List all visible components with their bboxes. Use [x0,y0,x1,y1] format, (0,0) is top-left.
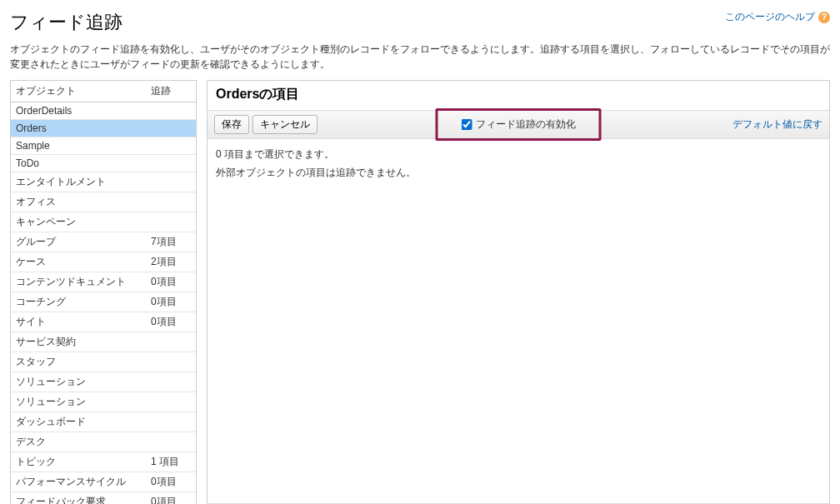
main-title: Ordersの項目 [208,81,829,110]
sidebar-item[interactable]: コンテンツドキュメント0項目 [11,272,196,292]
sidebar-item[interactable]: スタッフ [11,352,196,372]
page-title: フィード追跡 [10,10,122,35]
sidebar-item-tracking [146,155,196,172]
sidebar-item-tracking [146,120,196,137]
help-link[interactable]: このページのヘルプ ? [725,10,830,24]
help-link-text: このページのヘルプ [725,10,815,24]
sidebar-item[interactable]: ソリューション [11,392,196,412]
sidebar-item-tracking [146,332,196,352]
sidebar-item-label: トピック [11,452,146,472]
sidebar-item-label: Orders [11,120,146,137]
sidebar-item-tracking: 1 項目 [146,452,196,472]
sidebar-item-label: サイト [11,312,146,332]
sidebar-item-tracking [146,192,196,212]
sidebar-item[interactable]: オフィス [11,192,196,212]
sidebar-item[interactable]: ダッシュボード [11,412,196,432]
sidebar-item[interactable]: グループ7項目 [11,232,196,252]
sidebar-item[interactable]: キャンペーン [11,212,196,232]
sidebar-item-label: エンタイトルメント [11,172,146,192]
sidebar-item-label: コンテンツドキュメント [11,272,146,292]
sidebar-item-label: ソリューション [11,372,146,392]
content-body: 0 項目まで選択できます。 外部オブジェクトの項目は追跡できません。 [208,139,829,503]
sidebar-item-label: オフィス [11,192,146,212]
enable-tracking-label: フィード追跡の有効化 [476,117,576,132]
sidebar-item-tracking [146,372,196,392]
enable-tracking-checkbox[interactable] [462,119,472,130]
enable-tracking-checkbox-wrap[interactable]: フィード追跡の有効化 [436,108,602,141]
sidebar-item-label: スタッフ [11,352,146,372]
sidebar-item-tracking: 0項目 [146,492,196,505]
sidebar-item-label: Sample [11,137,146,155]
sidebar-item-tracking: 0項目 [146,272,196,292]
sidebar-item-tracking: 2項目 [146,252,196,272]
sidebar-item-tracking [146,432,196,452]
sidebar-item-label: グループ [11,232,146,252]
sidebar-item[interactable]: ケース2項目 [11,252,196,272]
col-header-object: オブジェクト [11,81,146,102]
sidebar-item-tracking: 0項目 [146,312,196,332]
sidebar-item-tracking: 7項目 [146,232,196,252]
save-button[interactable]: 保存 [214,115,249,134]
sidebar-item[interactable]: サービス契約 [11,332,196,352]
sidebar-item[interactable]: ToDo [11,155,196,172]
sidebar-item-label: ToDo [11,155,146,172]
sidebar-item[interactable]: コーチング0項目 [11,292,196,312]
object-sidebar: オブジェクト 追跡 OrderDetailsOrdersSampleToDoエン… [10,80,197,504]
sidebar-item-label: デスク [11,432,146,452]
sidebar-item-label: コーチング [11,292,146,312]
main-panel: Ordersの項目 保存 キャンセル フィード追跡の有効化 デフォルト値に戻す … [207,80,830,504]
body-line-1: 0 項目まで選択できます。 [216,146,821,164]
sidebar-item[interactable]: トピック1 項目 [11,452,196,472]
sidebar-item[interactable]: Orders [11,120,196,137]
sidebar-item-tracking [146,392,196,412]
sidebar-item[interactable]: パフォーマンスサイクル0項目 [11,472,196,492]
sidebar-item-tracking: 0項目 [146,472,196,492]
sidebar-item-label: ソリューション [11,392,146,412]
sidebar-item[interactable]: Sample [11,137,196,155]
cancel-button[interactable]: キャンセル [252,115,318,134]
sidebar-item[interactable]: フィードバック要求0項目 [11,492,196,505]
sidebar-item-label: ダッシュボード [11,412,146,432]
sidebar-item-tracking: 0項目 [146,292,196,312]
sidebar-item-tracking [146,102,196,120]
sidebar-item[interactable]: エンタイトルメント [11,172,196,192]
body-line-2: 外部オブジェクトの項目は追跡できません。 [216,164,821,182]
reset-default-link[interactable]: デフォルト値に戻す [732,117,822,132]
sidebar-item-label: フィードバック要求 [11,492,146,505]
sidebar-item[interactable]: サイト0項目 [11,312,196,332]
sidebar-item-label: ケース [11,252,146,272]
sidebar-item[interactable]: デスク [11,432,196,452]
sidebar-item[interactable]: OrderDetails [11,102,196,120]
sidebar-item-label: キャンペーン [11,212,146,232]
top-toolbar: 保存 キャンセル フィード追跡の有効化 デフォルト値に戻す [208,110,829,139]
sidebar-item-label: サービス契約 [11,332,146,352]
sidebar-item[interactable]: ソリューション [11,372,196,392]
sidebar-item-tracking [146,172,196,192]
sidebar-item-tracking [146,137,196,155]
sidebar-item-tracking [146,412,196,432]
sidebar-item-label: パフォーマンスサイクル [11,472,146,492]
col-header-tracking: 追跡 [146,81,196,102]
page-description: オブジェクトのフィード追跡を有効化し、ユーザがそのオブジェクト種別のレコードをフ… [10,42,830,72]
sidebar-item-label: OrderDetails [11,102,146,120]
sidebar-item-tracking [146,212,196,232]
help-icon: ? [818,12,830,23]
sidebar-item-tracking [146,352,196,372]
